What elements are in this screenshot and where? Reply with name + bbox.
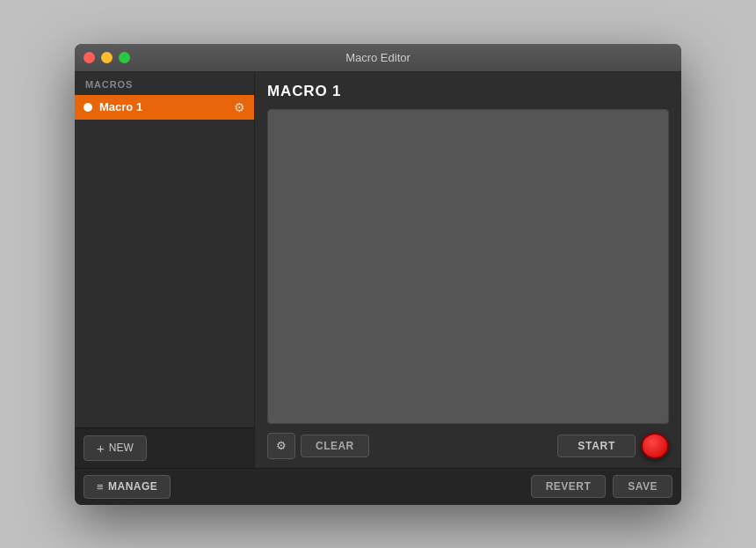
macro-item-name: Macro 1 — [99, 100, 234, 113]
titlebar-buttons — [84, 52, 130, 63]
clear-button[interactable]: CLEAR — [301, 435, 369, 457]
main-content: MACRO 1 ⚙ CLEAR START — [255, 72, 681, 468]
start-button[interactable]: START — [557, 435, 636, 457]
settings-button[interactable]: ⚙ — [267, 433, 295, 459]
maximize-button[interactable] — [119, 52, 130, 63]
list-icon: ≡ — [97, 480, 104, 493]
gear-icon[interactable]: ⚙ — [234, 100, 245, 114]
gear-settings-icon: ⚙ — [276, 439, 287, 452]
minimize-button[interactable] — [101, 52, 113, 63]
sidebar-header: MACROS — [75, 72, 254, 95]
sidebar: MACROS Macro 1 ⚙ + NEW — [75, 72, 255, 468]
manage-button[interactable]: ≡ MANAGE — [84, 475, 171, 499]
new-button-label: NEW — [109, 442, 134, 454]
macro-list: Macro 1 ⚙ — [75, 95, 254, 427]
action-bar: ⚙ CLEAR START — [267, 433, 669, 468]
titlebar: Macro Editor — [75, 44, 681, 72]
record-button[interactable] — [641, 433, 669, 459]
macro-title: MACRO 1 — [267, 83, 669, 100]
window-title: Macro Editor — [345, 51, 411, 64]
new-button[interactable]: + NEW — [84, 435, 147, 461]
macro-active-dot — [84, 103, 92, 112]
plus-icon: + — [97, 441, 105, 456]
macro-canvas — [267, 109, 669, 424]
close-button[interactable] — [84, 52, 95, 63]
window-body: MACROS Macro 1 ⚙ + NEW MACRO 1 — [75, 72, 681, 468]
macro-editor-window: Macro Editor MACROS Macro 1 ⚙ + NEW MAC — [75, 44, 681, 505]
revert-button[interactable]: REVERT — [531, 475, 607, 498]
manage-button-label: MANAGE — [108, 480, 157, 493]
save-button[interactable]: SAVE — [613, 475, 672, 498]
bottom-bar: ≡ MANAGE REVERT SAVE — [75, 468, 681, 505]
macro-item[interactable]: Macro 1 ⚙ — [75, 95, 254, 120]
sidebar-footer: + NEW — [75, 427, 254, 468]
